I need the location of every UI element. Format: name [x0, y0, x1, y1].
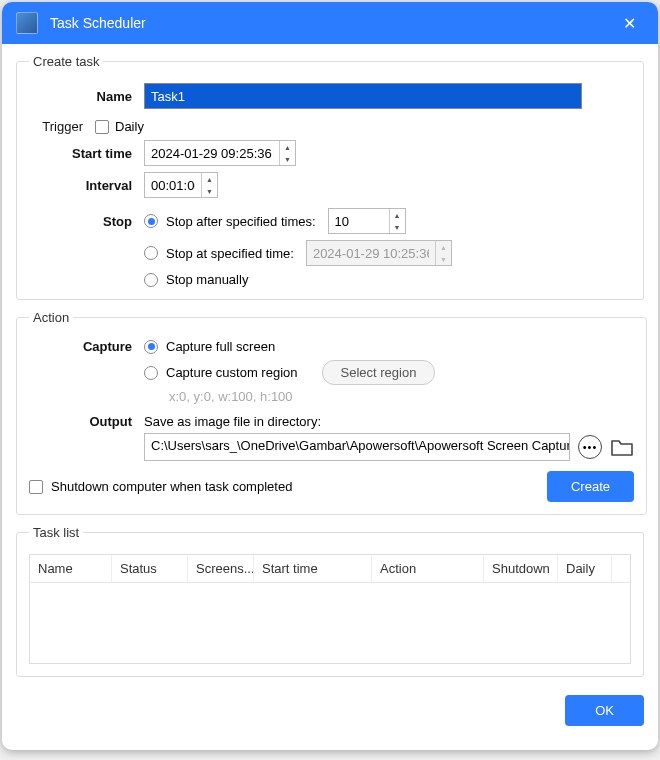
folder-icon[interactable]: [610, 437, 634, 457]
col-status[interactable]: Status: [112, 555, 188, 582]
app-icon: [16, 12, 38, 34]
stop-label: Stop: [29, 214, 144, 229]
stop-after-label: Stop after specified times:: [166, 214, 316, 229]
stop-after-input[interactable]: ▲▼: [328, 208, 406, 234]
interval-input[interactable]: ▲▼: [144, 172, 218, 198]
col-action[interactable]: Action: [372, 555, 484, 582]
create-button[interactable]: Create: [547, 471, 634, 502]
action-legend: Action: [29, 310, 73, 325]
trigger-label: Trigger: [29, 119, 89, 134]
capture-full-label: Capture full screen: [166, 339, 275, 354]
output-caption: Save as image file in directory:: [144, 414, 321, 429]
interval-spinner[interactable]: ▲▼: [201, 173, 217, 197]
name-label: Name: [29, 89, 144, 104]
window-body: Create task Name Trigger Daily Start tim…: [2, 44, 658, 750]
start-time-field[interactable]: [145, 141, 279, 165]
stop-manually-radio[interactable]: [144, 273, 158, 287]
create-task-group: Create task Name Trigger Daily Start tim…: [16, 54, 644, 300]
stop-after-field[interactable]: [329, 209, 389, 233]
stop-at-field: [307, 241, 435, 265]
capture-custom-radio[interactable]: [144, 366, 158, 380]
capture-label: Capture: [29, 339, 144, 354]
shutdown-label: Shutdown computer when task completed: [51, 479, 292, 494]
daily-label: Daily: [115, 119, 144, 134]
name-input[interactable]: [144, 83, 582, 109]
ok-button[interactable]: OK: [565, 695, 644, 726]
col-name[interactable]: Name: [30, 555, 112, 582]
output-label: Output: [29, 414, 144, 429]
start-time-label: Start time: [29, 146, 144, 161]
titlebar: Task Scheduler ✕: [2, 2, 658, 44]
task-table: Name Status Screens... Start time Action…: [29, 554, 631, 664]
window-title: Task Scheduler: [50, 15, 615, 31]
stop-at-input[interactable]: ▲▼: [306, 240, 452, 266]
more-icon[interactable]: •••: [578, 435, 602, 459]
capture-custom-label: Capture custom region: [166, 365, 298, 380]
col-screens[interactable]: Screens...: [188, 555, 254, 582]
select-region-button[interactable]: Select region: [322, 360, 436, 385]
daily-checkbox[interactable]: [95, 120, 109, 134]
capture-full-radio[interactable]: [144, 340, 158, 354]
close-icon[interactable]: ✕: [615, 10, 644, 37]
task-list-group: Task list Name Status Screens... Start t…: [16, 525, 644, 677]
create-task-legend: Create task: [29, 54, 103, 69]
col-daily[interactable]: Daily: [558, 555, 612, 582]
start-time-input[interactable]: ▲▼: [144, 140, 296, 166]
interval-field[interactable]: [145, 173, 201, 197]
shutdown-checkbox[interactable]: [29, 480, 43, 494]
stop-after-radio[interactable]: [144, 214, 158, 228]
start-time-spinner[interactable]: ▲▼: [279, 141, 295, 165]
stop-after-spinner[interactable]: ▲▼: [389, 209, 405, 233]
stop-at-radio[interactable]: [144, 246, 158, 260]
task-table-header: Name Status Screens... Start time Action…: [30, 555, 630, 583]
interval-label: Interval: [29, 178, 144, 193]
output-path-input[interactable]: C:\Users\sars_\OneDrive\Gambar\Apowersof…: [144, 433, 570, 461]
window: Task Scheduler ✕ Create task Name Trigge…: [2, 2, 658, 750]
stop-at-spinner: ▲▼: [435, 241, 451, 265]
action-group: Action Capture Capture full screen Captu…: [16, 310, 647, 515]
col-shutdown[interactable]: Shutdown: [484, 555, 558, 582]
region-hint: x:0, y:0, w:100, h:100: [169, 389, 634, 404]
footer: OK: [16, 687, 644, 726]
task-list-legend: Task list: [29, 525, 83, 540]
stop-at-label: Stop at specified time:: [166, 246, 294, 261]
col-start[interactable]: Start time: [254, 555, 372, 582]
stop-manually-label: Stop manually: [166, 272, 248, 287]
